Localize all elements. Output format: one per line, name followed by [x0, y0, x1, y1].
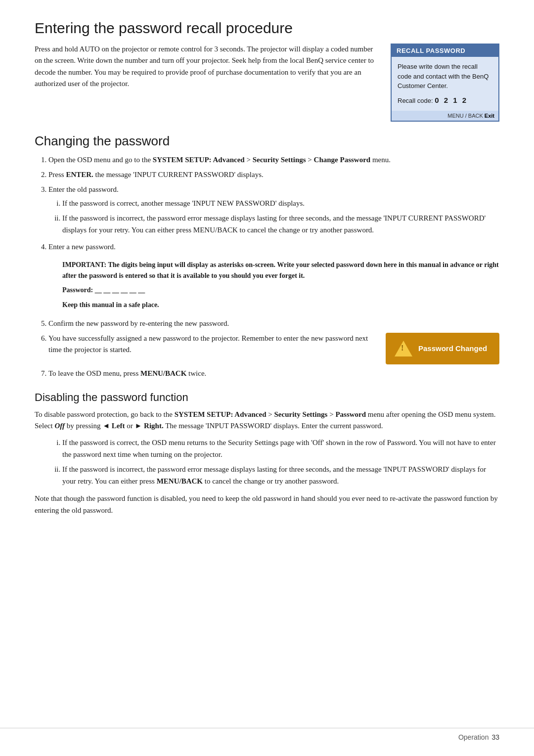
password-changed-label: Password Changed [418, 343, 487, 355]
recall-menu-back-label: MENU / BACK [447, 113, 483, 119]
password-changed-box: Password Changed [386, 333, 499, 364]
step-success: You have successfully assigned a new pas… [48, 332, 499, 364]
recall-box-footer: MENU / BACK Exit [392, 111, 498, 121]
section-disable-password: Disabling the password function To disab… [35, 391, 499, 516]
step5-text: You have successfully assigned a new pas… [48, 333, 374, 356]
step-3ii: If the password is incorrect, the passwo… [62, 212, 499, 236]
section-disable-title: Disabling the password function [35, 391, 499, 404]
keep-safe-line: Keep this manual in a safe place. [62, 300, 499, 311]
recall-code-label: Recall code: [398, 97, 433, 104]
section-recall: Entering the password recall procedure P… [35, 20, 499, 122]
recall-box-header: RECALL PASSWORD [392, 44, 498, 57]
password-changed-row: You have successfully assigned a new pas… [48, 333, 499, 364]
recall-password-box: RECALL PASSWORD Please write down the re… [391, 44, 499, 122]
section-change-password: Changing the password Open the OSD menu … [35, 133, 499, 379]
step-3: Enter the old password. If the password … [48, 183, 499, 236]
page-footer: Operation 33 [0, 728, 534, 741]
recall-code-value: 0 2 1 2 [435, 96, 468, 104]
step-3-substeps: If the password is correct, another mess… [62, 197, 499, 236]
intro-row: Press and hold AUTO on the projector or … [35, 44, 499, 122]
intro-paragraph: Press and hold AUTO on the projector or … [35, 44, 379, 89]
step-1: Open the OSD menu and go to the SYSTEM S… [48, 154, 499, 166]
disable-substeps: If the password is correct, the OSD menu… [62, 437, 499, 487]
footer-section-label: Operation [458, 733, 489, 741]
step-3i: If the password is correct, another mess… [62, 197, 499, 209]
disable-step-ii: If the password is incorrect, the passwo… [62, 463, 499, 487]
disable-step-i: If the password is correct, the OSD menu… [62, 437, 499, 460]
password-line: Password: __ __ __ __ __ __ [62, 285, 499, 296]
disable-intro: To disable password protection, go back … [35, 409, 499, 432]
change-password-steps: Open the OSD menu and go to the SYSTEM S… [48, 154, 499, 379]
step-leave-menu: To leave the OSD menu, press MENU/BACK t… [48, 367, 499, 379]
recall-box-text: Please write down the recall code and co… [398, 63, 489, 89]
section-recall-title: Entering the password recall procedure [35, 20, 499, 37]
step-4-enter-new: Enter a new password. IMPORTANT: The dig… [48, 241, 499, 311]
step-2: Press ENTER. the message 'INPUT CURRENT … [48, 169, 499, 180]
step-confirm: Confirm the new password by re-entering … [48, 317, 499, 329]
recall-box-body: Please write down the recall code and co… [392, 57, 498, 111]
recall-code-line: Recall code: 0 2 1 2 [398, 95, 492, 106]
disable-note: Note that though the password function i… [35, 493, 499, 516]
section-change-title: Changing the password [35, 133, 499, 149]
warning-triangle-icon [395, 341, 412, 356]
important-block: IMPORTANT: The digits being input will d… [62, 260, 499, 311]
recall-exit-label: Exit [485, 113, 494, 119]
important-text: IMPORTANT: The digits being input will d… [62, 260, 499, 281]
footer-page-number: 33 [491, 733, 499, 741]
